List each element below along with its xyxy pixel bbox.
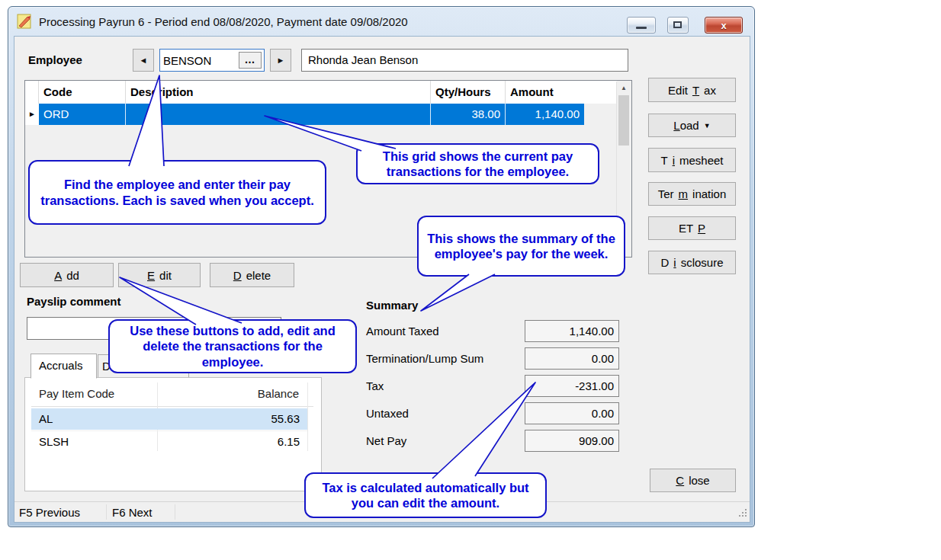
- status-f6-next[interactable]: F6 Next: [112, 502, 153, 523]
- accrual-balance: 6.15: [278, 431, 300, 453]
- callout-buttons-info: Use these buttons to add, edit and delet…: [108, 319, 357, 373]
- employee-code-input[interactable]: [163, 51, 232, 69]
- summary-value-amount-taxed[interactable]: 1,140.00: [525, 320, 619, 342]
- employee-label: Employee: [28, 49, 82, 72]
- employee-lookup-button[interactable]: …: [239, 52, 262, 69]
- delete-button[interactable]: Delete: [210, 263, 294, 287]
- resize-grip[interactable]: [738, 507, 747, 520]
- cell-description: [126, 104, 431, 125]
- grid-header: Code Description Qty/Hours Amount: [25, 81, 617, 104]
- left-arrow-icon: ◄: [140, 56, 148, 65]
- row-marker-icon: ►: [25, 104, 39, 125]
- window-title: Processing Payrun 6 - Period end 08/08/2…: [39, 7, 408, 36]
- edit-tax-button[interactable]: Edit Tax: [648, 78, 736, 102]
- summary-label-net-pay: Net Pay: [366, 430, 406, 452]
- accrual-code: SLSH: [39, 431, 69, 453]
- employee-code-field-wrap: …: [159, 49, 265, 72]
- callout-find-employee: Find the employee and enter their pay tr…: [28, 160, 326, 225]
- accruals-col-balance: Balance: [258, 382, 299, 405]
- divider: [31, 406, 313, 407]
- summary-label-untaxed: Untaxed: [366, 402, 409, 424]
- right-arrow-icon: ►: [277, 56, 285, 65]
- load-button[interactable]: Load▼: [648, 114, 736, 137]
- summary-value-untaxed[interactable]: 0.00: [525, 402, 619, 424]
- add-button[interactable]: Add: [20, 263, 114, 287]
- summary-value-tax[interactable]: -231.00: [525, 375, 619, 397]
- callout-summary-info: This shows the summary of the employee's…: [417, 216, 625, 277]
- status-f5-previous[interactable]: F5 Previous: [19, 502, 80, 523]
- timesheet-button[interactable]: Timesheet: [648, 148, 736, 172]
- summary-title: Summary: [366, 299, 418, 312]
- divider: [307, 382, 308, 451]
- summary-value-net-pay[interactable]: 909.00: [525, 430, 619, 452]
- termination-button[interactable]: Termination: [648, 182, 736, 206]
- payslip-comment-label: Payslip comment: [27, 295, 120, 308]
- minimize-button[interactable]: [627, 17, 656, 34]
- next-employee-button[interactable]: ►: [270, 49, 291, 72]
- summary-label-amount-taxed: Amount Taxed: [366, 320, 439, 342]
- minimize-icon: [636, 27, 647, 29]
- accruals-col-code: Pay Item Code: [39, 382, 114, 405]
- cell-code: ORD: [39, 104, 126, 125]
- load-dropdown-icon: ▼: [704, 122, 711, 130]
- dialog-client-area: Employee ◄ … ► Rhonda Jean Benson Code D…: [14, 36, 750, 523]
- accruals-panel: Pay Item Code Balance AL 55.63 SLSH 6.15: [24, 377, 322, 491]
- ellipsis-icon: …: [245, 53, 256, 66]
- maximize-button[interactable]: [667, 17, 689, 34]
- previous-employee-button[interactable]: ◄: [133, 49, 154, 72]
- employee-name-field[interactable]: Rhonda Jean Benson: [301, 49, 628, 72]
- tab-accruals[interactable]: Accruals: [31, 354, 97, 379]
- callout-grid-info: This grid shows the current pay transact…: [356, 143, 599, 184]
- accrual-balance: 55.63: [271, 408, 300, 430]
- divider: [175, 504, 175, 520]
- table-row[interactable]: ► ORD 38.00 1,140.00: [25, 104, 584, 125]
- summary-label-tax: Tax: [366, 375, 384, 397]
- close-button[interactable]: Close: [650, 469, 736, 492]
- list-item[interactable]: AL 55.63: [31, 408, 307, 430]
- close-icon: x: [705, 18, 742, 33]
- callout-tax-info: Tax is calculated automatically but you …: [304, 472, 547, 518]
- close-window-button[interactable]: x: [705, 17, 743, 34]
- cell-qty-hours: 38.00: [431, 104, 506, 125]
- grid-header-code: Code: [39, 81, 126, 104]
- cell-amount: 1,140.00: [506, 104, 584, 125]
- disclosure-button[interactable]: Disclosure: [648, 251, 736, 274]
- grid-header-qty-hours: Qty/Hours: [431, 81, 506, 104]
- summary-label-termination: Termination/Lump Sum: [366, 347, 483, 370]
- grid-header-selector: [25, 81, 39, 104]
- grid-header-description: Description: [126, 81, 431, 104]
- payrun-window: Processing Payrun 6 - Period end 08/08/2…: [8, 6, 755, 527]
- edit-button[interactable]: Edit: [118, 263, 201, 287]
- list-item[interactable]: SLSH 6.15: [31, 430, 307, 452]
- accrual-code: AL: [39, 408, 53, 430]
- title-bar[interactable]: Processing Payrun 6 - Period end 08/08/2…: [8, 7, 754, 36]
- scrollbar-thumb[interactable]: [618, 95, 629, 146]
- etp-button[interactable]: ETP: [648, 216, 736, 240]
- grid-header-amount: Amount: [506, 81, 584, 104]
- divider: [106, 504, 107, 520]
- scroll-up-icon[interactable]: ▲: [617, 82, 631, 94]
- summary-value-termination[interactable]: 0.00: [525, 347, 619, 370]
- maximize-icon: [673, 21, 682, 28]
- app-icon: [17, 13, 34, 33]
